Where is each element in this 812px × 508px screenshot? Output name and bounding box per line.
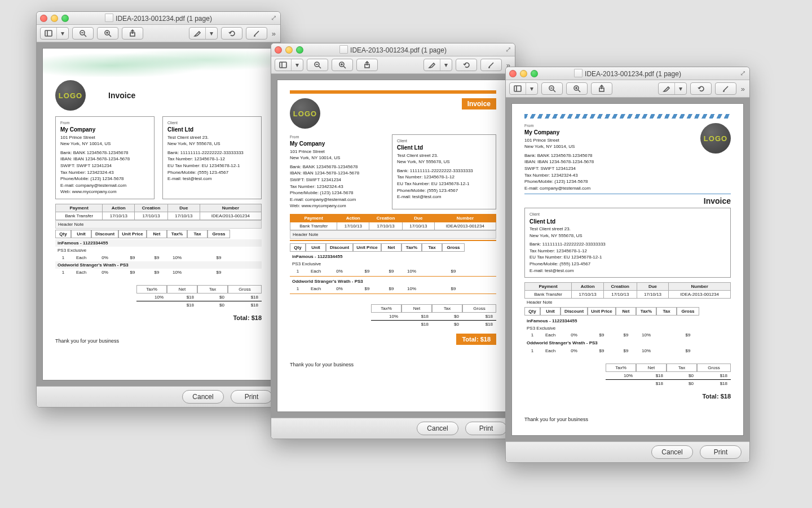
markup-button[interactable] (480, 59, 502, 71)
cancel-button[interactable]: Cancel (651, 445, 693, 459)
cancel-button[interactable]: Cancel (182, 390, 224, 404)
share-icon (363, 61, 371, 69)
payment-header-table: PaymentActionCreationDueNumber Bank Tran… (524, 282, 731, 299)
chevron-down-icon[interactable]: ▾ (206, 28, 217, 39)
thank-you: Thank you for your business (290, 362, 496, 367)
chevron-down-icon[interactable]: ▾ (292, 59, 303, 71)
line-item-row: 1Each0%$9$910%$9 (55, 269, 262, 276)
rotate-button[interactable] (221, 27, 242, 40)
decorative-bar (290, 90, 496, 94)
share-button[interactable] (122, 27, 143, 40)
document-viewport[interactable]: LOGO Invoice From My Company 101 Prince … (271, 74, 515, 418)
summary-total-line: $18$0$18 (136, 301, 262, 309)
titlebar[interactable]: IDEA-2013-001234.pdf (1 page) ⤢ (271, 43, 515, 56)
svg-rect-20 (514, 86, 521, 91)
chevron-down-icon[interactable]: ▾ (57, 28, 68, 39)
zoom-icon[interactable] (531, 70, 538, 77)
close-icon[interactable] (275, 46, 282, 54)
line-item-row: 1Each0%$9$910%$9 (290, 285, 496, 292)
titlebar[interactable]: IDEA-2013-001234.pdf (1 page) ⤢ (506, 67, 749, 80)
zoom-icon[interactable] (296, 46, 303, 54)
close-icon[interactable] (509, 70, 517, 77)
document-viewport[interactable]: LOGO Invoice From My Company 101 Prince … (37, 42, 280, 386)
print-button[interactable]: Print (231, 390, 272, 404)
summary-total-line: $18$0$18 (606, 379, 731, 387)
chevron-down-icon[interactable]: ▾ (440, 59, 452, 71)
minimize-icon[interactable] (285, 46, 293, 54)
zoom-out-icon (79, 29, 87, 37)
view-mode-button[interactable]: ▾ (509, 82, 538, 95)
share-button[interactable] (591, 82, 612, 95)
markup-button[interactable] (246, 27, 267, 40)
invoice-heading: Invoice (524, 196, 731, 205)
toolbar: ▾ ▾ » (37, 25, 280, 42)
rotate-button[interactable] (690, 82, 712, 95)
close-icon[interactable] (40, 15, 47, 22)
item-name: PS3 Exclusive (55, 247, 262, 254)
window-title: IDEA-2013-001234.pdf (1 page) (37, 14, 280, 23)
rotate-icon (228, 29, 236, 37)
item-group-title: inFamous - 1122334455 (55, 239, 262, 247)
highlight-button[interactable]: ▾ (658, 82, 687, 95)
company-logo: LOGO (290, 98, 320, 129)
fullscreen-icon[interactable]: ⤢ (504, 46, 512, 54)
svg-line-3 (84, 34, 86, 37)
zoom-in-button[interactable] (332, 59, 353, 71)
thank-you: Thank you for your business (524, 417, 731, 422)
sidebar-icon (279, 61, 287, 69)
sidebar-icon (45, 29, 52, 37)
rotate-button[interactable] (456, 59, 477, 71)
fullscreen-icon[interactable]: ⤢ (739, 69, 747, 77)
titlebar[interactable]: IDEA-2013-001234.pdf (1 page) ⤢ (37, 12, 280, 25)
toolbar: ▾ ▾ » (271, 56, 515, 74)
toolbar: ▾ ▾ » (506, 80, 749, 98)
document-viewport[interactable]: From My Company 101 Prince StreetNew Yor… (506, 98, 749, 441)
highlight-button[interactable]: ▾ (423, 59, 452, 71)
zoom-icon[interactable] (61, 15, 69, 22)
svg-rect-10 (280, 62, 286, 68)
zoom-in-icon (573, 85, 581, 93)
pdf-file-icon (339, 45, 348, 54)
item-name: Oddworld Stranger's Wrath - PS3 (55, 261, 262, 269)
print-button[interactable]: Print (465, 422, 507, 435)
zoom-out-button[interactable] (72, 27, 94, 40)
minimize-icon[interactable] (51, 15, 58, 22)
dialog-footer: Cancel Print (37, 386, 280, 407)
highlighter-icon (663, 85, 670, 93)
chevron-down-icon[interactable]: ▾ (526, 83, 537, 94)
zoom-in-icon (104, 29, 112, 37)
chevron-down-icon[interactable]: ▾ (675, 83, 686, 94)
svg-line-23 (553, 90, 555, 92)
thank-you: Thank you for your business (55, 338, 262, 344)
payment-header-table: PaymentActionCreationDueNumber Bank Tran… (55, 204, 262, 220)
line-item-row: 1Each0%$9$910%$9 (524, 331, 731, 339)
print-button[interactable]: Print (700, 445, 742, 459)
invoice-page: From My Company 101 Prince StreetNew Yor… (511, 103, 744, 436)
zoom-out-button[interactable] (307, 59, 328, 71)
item-name: PS3 Exclusive (290, 260, 496, 268)
share-button[interactable] (356, 59, 378, 71)
zoom-out-button[interactable] (541, 82, 563, 95)
view-mode-button[interactable]: ▾ (275, 59, 303, 71)
fullscreen-icon[interactable]: ⤢ (270, 14, 277, 22)
line-items-header: QtyUnitDiscountUnit PriceNetTax%TaxGross (524, 306, 731, 317)
overflow-icon[interactable]: » (740, 85, 746, 93)
zoom-in-button[interactable] (566, 82, 588, 95)
highlighter-icon (428, 61, 436, 69)
from-box: From My Company 101 Prince StreetNew Yor… (55, 116, 155, 199)
overflow-icon[interactable]: » (271, 29, 277, 38)
edit-icon (722, 85, 730, 93)
summary-row: 10%$18$0$18 (136, 294, 262, 301)
line-item-row: 1Each0%$9$910%$9 (55, 254, 262, 261)
pdf-file-icon (105, 14, 113, 22)
zoom-in-button[interactable] (97, 27, 118, 40)
preview-window-1: IDEA-2013-001234.pdf (1 page) ⤢ ▾ ▾ » LO… (36, 11, 281, 408)
grand-total: Total: $18 (524, 393, 731, 400)
view-mode-button[interactable]: ▾ (40, 27, 69, 40)
highlight-button[interactable]: ▾ (189, 27, 218, 40)
markup-button[interactable] (715, 82, 736, 95)
sidebar-icon (514, 85, 522, 93)
window-title: IDEA-2013-001234.pdf (1 page) (506, 69, 749, 78)
minimize-icon[interactable] (520, 70, 527, 77)
cancel-button[interactable]: Cancel (417, 422, 458, 435)
